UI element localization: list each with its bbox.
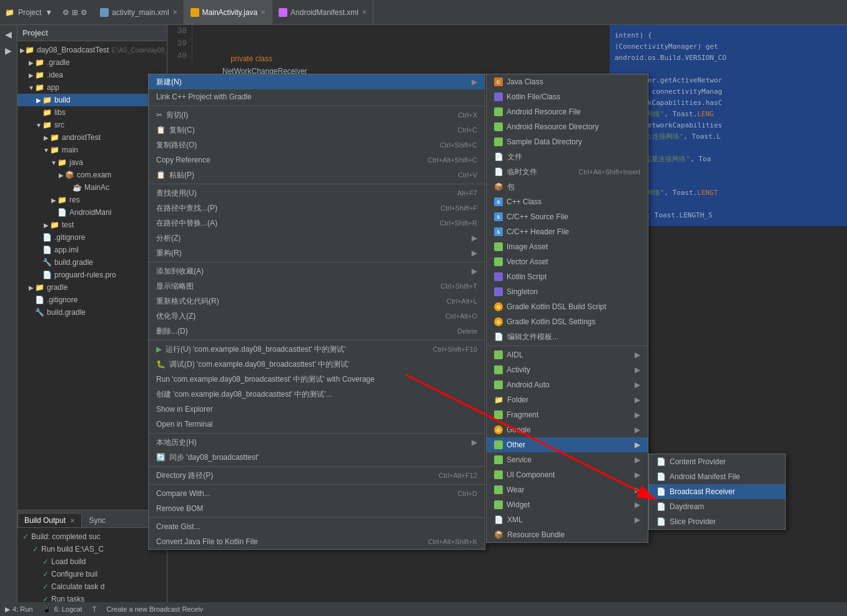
tree-item-build[interactable]: ▶ 📁 build	[17, 94, 167, 106]
submenu-new-google[interactable]: G Google ▶	[487, 422, 648, 437]
menu-item-copy[interactable]: 📋 复制(C) Ctrl+C	[149, 122, 485, 137]
menu-item-refactor[interactable]: 重构(R) ▶	[149, 246, 485, 261]
status-run[interactable]: ▶ 4: Run	[5, 605, 32, 614]
settings-icon[interactable]: ⚙	[81, 8, 87, 17]
build-tab-close[interactable]: ✕	[70, 517, 75, 524]
tree-item-gitignore-root[interactable]: 📄 .gitignore	[17, 294, 167, 306]
menu-item-new[interactable]: 新建(N) ▶	[149, 74, 485, 89]
build-tab-sync[interactable]: Sync	[82, 513, 112, 527]
tree-item-res[interactable]: ▶ 📁 res	[17, 194, 167, 206]
submenu-new-other[interactable]: Other ▶	[487, 437, 648, 452]
toolbar-expand[interactable]: ▶	[2, 44, 16, 57]
tree-item-proguard[interactable]: 📄 proguard-rules.pro	[17, 269, 167, 281]
menu-item-optimize-imports[interactable]: 优化导入(Z) Ctrl+Alt+O	[149, 309, 485, 324]
tree-item-appiml[interactable]: 📄 app.iml	[17, 244, 167, 256]
tree-item-test[interactable]: ▶ 📁 test	[17, 219, 167, 231]
menu-item-copy-ref[interactable]: Copy Reference Ctrl+Alt+Shift+C	[149, 152, 485, 167]
tree-item-root[interactable]: ▶ 📁 day08_BroadcastTest E:\AS_Code\day08…	[17, 44, 167, 56]
submenu-new-resource-bundle[interactable]: 📦 Resource Bundle	[487, 527, 648, 542]
submenu-new-temp-file[interactable]: 📄 临时文件 Ctrl+Alt+Shift+Insert	[487, 164, 648, 179]
submenu-new-activity[interactable]: Activity ▶	[487, 362, 648, 377]
submenu-new-kotlin[interactable]: Kotlin File/Class	[487, 89, 648, 104]
menu-item-replace-path[interactable]: 在路径中替换...(A) Ctrl+Shift+R	[149, 216, 485, 231]
menu-item-add-favorite[interactable]: 添加到收藏(A) ▶	[149, 264, 485, 279]
menu-item-analyze[interactable]: 分析(Z) ▶	[149, 231, 485, 246]
submenu-new-cpp-source[interactable]: S C/C++ Source File	[487, 209, 648, 224]
tree-item-gradle-root[interactable]: ▶ 📁 gradle	[17, 281, 167, 294]
submenu-new-android-res-file[interactable]: Android Resource File	[487, 104, 648, 119]
submenu-new-fragment[interactable]: Fragment ▶	[487, 407, 648, 422]
menu-item-show-explorer[interactable]: Show in Explorer	[149, 402, 485, 417]
menu-item-cut[interactable]: ✂ 剪切(I) Ctrl+X	[149, 107, 485, 122]
menu-item-sync[interactable]: 🔄 同步 'day08_broadcasttest'	[149, 450, 485, 465]
submenu-new-android-auto[interactable]: Android Auto ▶	[487, 377, 648, 392]
submenu-new-singleton[interactable]: Singleton	[487, 284, 648, 299]
menu-item-compare[interactable]: Compare With... Ctrl+D	[149, 486, 485, 501]
tab-activity-main[interactable]: activity_main.xml ✕	[94, 0, 184, 24]
submenu-new-file[interactable]: 📄 文件	[487, 149, 648, 164]
menu-item-convert-kotlin[interactable]: Convert Java File to Kotlin File Ctrl+Al…	[149, 534, 485, 549]
submenu-new-kotlin-script[interactable]: Kotlin Script	[487, 269, 648, 284]
submenu-other-broadcast-receiver[interactable]: 📄 Broadcast Receiver	[649, 484, 785, 499]
status-logcat[interactable]: 📱 6: Logcat	[42, 605, 82, 614]
submenu-new-cpp-header[interactable]: S C/C++ Header File	[487, 224, 648, 239]
submenu-new-gradle-build[interactable]: G Gradle Kotlin DSL Build Script	[487, 299, 648, 314]
tree-item-libs[interactable]: 📁 libs	[17, 106, 167, 119]
menu-item-link-cpp[interactable]: Link C++ Project with Gradle	[149, 89, 485, 104]
submenu-other-android-manifest[interactable]: 📄 Android Manifest File	[649, 469, 785, 484]
tab-android-manifest-close[interactable]: ✕	[362, 9, 367, 16]
tab-main-activity-close[interactable]: ✕	[260, 9, 265, 16]
submenu-new-gradle-settings[interactable]: G Gradle Kotlin DSL Settings	[487, 314, 648, 329]
submenu-new-xml[interactable]: 📄 XML ▶	[487, 512, 648, 527]
tree-item-androidtest[interactable]: ▶ 📁 androidTest	[17, 131, 167, 144]
menu-item-local-history[interactable]: 本地历史(H) ▶	[149, 435, 485, 450]
tree-item-gradle[interactable]: ▶ 📁 .gradle	[17, 56, 167, 69]
tab-activity-main-close[interactable]: ✕	[172, 9, 177, 16]
tree-item-androidmani[interactable]: 📄 AndroidMani	[17, 206, 167, 219]
menu-item-create-test[interactable]: 创建 'com.example.day08_broadcasttest' 中的测…	[149, 387, 485, 402]
menu-item-create-gist[interactable]: Create Gist...	[149, 519, 485, 534]
tree-item-buildgradle[interactable]: 🔧 build.gradle	[17, 256, 167, 269]
menu-item-delete[interactable]: 删除...(D) Delete	[149, 324, 485, 339]
menu-item-dir-path[interactable]: Directory 路径(P) Ctrl+Alt+F12	[149, 468, 485, 483]
tree-item-gitignore-app[interactable]: 📄 .gitignore	[17, 231, 167, 244]
tree-item-buildgradle-root[interactable]: 🔧 build.gradle	[17, 306, 167, 319]
submenu-new-cpp-class[interactable]: S C++ Class	[487, 194, 648, 209]
submenu-new-wear[interactable]: Wear ▶	[487, 482, 648, 497]
menu-item-run-test[interactable]: ▶ 运行(U) 'com.example.day08_broadcasttest…	[149, 342, 485, 357]
submenu-other-slice-provider[interactable]: 📄 Slice Provider	[649, 514, 785, 529]
menu-item-run-coverage[interactable]: Run 'com.example.day08_broadcasttest' 中的…	[149, 372, 485, 387]
submenu-other-daydream[interactable]: 📄 Daydream	[649, 499, 785, 514]
tree-item-com[interactable]: ▶ 📦 com.exam	[17, 169, 167, 181]
tree-item-java[interactable]: ▼ 📁 java	[17, 156, 167, 169]
menu-item-copy-path[interactable]: 复制路径(O) Ctrl+Shift+C	[149, 137, 485, 152]
tree-item-src[interactable]: ▼ 📁 src	[17, 119, 167, 131]
build-tab-output[interactable]: Build Output ✕	[17, 513, 82, 527]
menu-item-reformat[interactable]: 重新格式化代码(R) Ctrl+Alt+L	[149, 294, 485, 309]
submenu-new-java-class[interactable]: C Java Class	[487, 74, 648, 89]
menu-item-open-terminal[interactable]: Open in Terminal	[149, 417, 485, 432]
menu-item-remove-bom[interactable]: Remove BOM	[149, 501, 485, 516]
submenu-new-widget[interactable]: Widget ▶	[487, 497, 648, 512]
menu-item-paste[interactable]: 📋 粘贴(P) Ctrl+V	[149, 167, 485, 182]
submenu-new-ui-component[interactable]: UI Component ▶	[487, 467, 648, 482]
submenu-new-package[interactable]: 📦 包	[487, 179, 648, 194]
tab-android-manifest[interactable]: AndroidManifest.xml ✕	[272, 0, 374, 24]
tree-item-app[interactable]: ▼ 📁 app	[17, 81, 167, 94]
submenu-new-folder[interactable]: 📁 Folder ▶	[487, 392, 648, 407]
submenu-new-image-asset[interactable]: Image Asset	[487, 239, 648, 254]
toolbar-collapse[interactable]: ◀	[2, 27, 16, 41]
tree-item-mainac[interactable]: ☕ MainAc	[17, 181, 167, 194]
submenu-new-service[interactable]: Service ▶	[487, 452, 648, 467]
submenu-new-aidl[interactable]: AIDL ▶	[487, 347, 648, 362]
menu-item-find-usage[interactable]: 查找使用(U) Alt+F7	[149, 186, 485, 201]
menu-item-find-path[interactable]: 在路径中查找...(P) Ctrl+Shift+F	[149, 201, 485, 216]
tree-item-idea[interactable]: ▶ 📁 .idea	[17, 69, 167, 81]
tab-main-activity[interactable]: MainActivity.java ✕	[184, 0, 272, 24]
submenu-new-vector-asset[interactable]: Vector Asset	[487, 254, 648, 269]
submenu-new-edit-template[interactable]: 📄 编辑文件模板...	[487, 329, 648, 344]
submenu-other-content-provider[interactable]: 📄 Content Provider	[649, 454, 785, 469]
submenu-new-android-res-dir[interactable]: Android Resource Directory	[487, 119, 648, 134]
tree-item-main[interactable]: ▼ 📁 main	[17, 144, 167, 156]
project-dropdown-icon[interactable]: ▼	[45, 8, 52, 17]
